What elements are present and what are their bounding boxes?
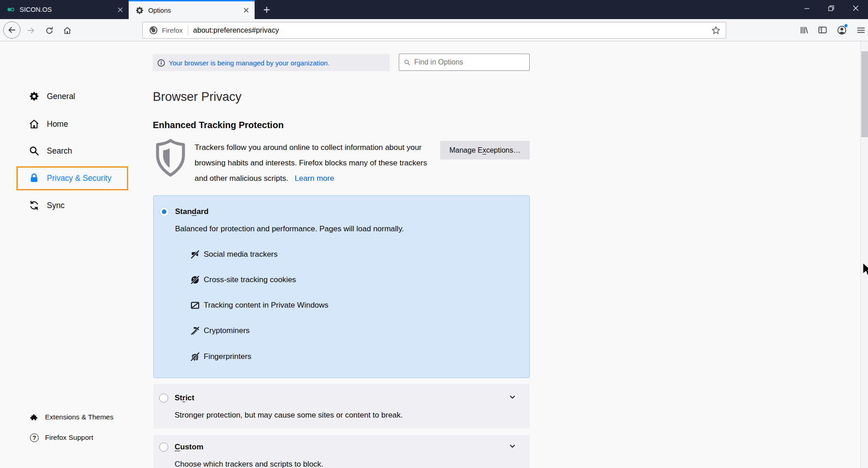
minimize-button[interactable]: [794, 0, 819, 16]
bookmark-star-icon[interactable]: [710, 25, 721, 36]
label-accesskey: r: [182, 393, 186, 402]
urlbar-brand-label: Firefox: [162, 26, 183, 34]
sidebar-item-search[interactable]: Search: [29, 141, 72, 161]
mouse-cursor: [862, 263, 868, 277]
list-item-tracking-content: Tracking content in Private Windows: [190, 299, 328, 312]
sync-icon: [29, 200, 40, 211]
option-standard[interactable]: Standard Balanced for protection and per…: [153, 195, 530, 378]
sidebar-item-firefox-support[interactable]: ? Firefox Support: [30, 432, 93, 443]
find-in-options-box[interactable]: [399, 54, 530, 71]
question-mark-icon: ?: [30, 433, 39, 442]
sidebar-item-home[interactable]: Home: [29, 114, 68, 134]
managed-notice-link[interactable]: Your browser is being managed by your or…: [169, 59, 330, 67]
option-strict-description: Stronger protection, but may cause some …: [175, 411, 403, 420]
button-label-part: ceptions…: [486, 146, 521, 154]
find-in-options-input[interactable]: [414, 58, 519, 66]
info-icon: [157, 59, 165, 67]
option-standard-label: Standard: [175, 207, 209, 216]
list-item-label: Cross-site tracking cookies: [204, 275, 296, 284]
list-item-cryptominers: Cryptominers: [190, 324, 250, 337]
option-strict[interactable]: Strict Stronger protection, but may caus…: [153, 384, 530, 428]
tab-title: Options: [148, 7, 240, 14]
cookie-blocked-icon: [190, 275, 200, 285]
sidebar-item-label: Firefox Support: [45, 433, 93, 442]
tab-title: SICON.OS: [20, 6, 114, 13]
urlbar-address[interactable]: about:preferences#privacy: [193, 26, 710, 35]
list-item-fingerprinters: Fingerprinters: [190, 350, 251, 363]
sidebar-item-privacy-security[interactable]: Privacy & Security: [29, 168, 111, 188]
list-item-label: Social media trackers: [204, 250, 278, 259]
learn-more-link[interactable]: Learn more: [295, 174, 334, 183]
forward-button[interactable]: [24, 25, 38, 36]
tab-close-icon[interactable]: [114, 4, 126, 15]
sidebar-item-label: Extensions & Themes: [45, 413, 113, 421]
lock-icon: [29, 173, 40, 184]
scrollbar-thumb[interactable]: [861, 51, 868, 137]
search-icon: [404, 59, 411, 66]
scrollbar[interactable]: [860, 41, 868, 468]
radio-standard[interactable]: [160, 207, 169, 216]
option-custom-description: Choose which trackers and scripts to blo…: [175, 460, 323, 468]
sidebar-toggle-button[interactable]: [816, 24, 829, 36]
window-controls: [794, 0, 868, 16]
radio-custom[interactable]: [159, 443, 168, 452]
tab-bar: SICON.OS Options: [0, 0, 868, 19]
tab-options[interactable]: Options: [129, 0, 255, 19]
option-custom-label: Custom: [175, 443, 203, 452]
restore-button[interactable]: [819, 0, 843, 16]
sicon-favicon-icon: [6, 5, 15, 14]
new-tab-button[interactable]: [259, 3, 274, 16]
radio-strict[interactable]: [159, 393, 168, 403]
search-icon: [29, 145, 40, 156]
label-part: St: [175, 393, 182, 402]
list-item-label: Cryptominers: [204, 326, 250, 335]
list-item-social-trackers: Social media trackers: [190, 248, 278, 261]
puzzle-piece-icon: [30, 413, 39, 422]
reload-button[interactable]: [42, 25, 56, 36]
button-label-accesskey: x: [482, 146, 486, 154]
label-accesskey: d: [192, 207, 196, 216]
label-part: Stan: [175, 207, 192, 216]
list-item-label: Fingerprinters: [204, 352, 251, 361]
gear-icon: [29, 91, 40, 102]
social-trackers-blocked-icon: [190, 249, 200, 259]
url-bar[interactable]: Firefox about:preferences#privacy: [142, 22, 726, 39]
etp-description: Trackers follow you around online to col…: [195, 140, 440, 186]
close-window-button[interactable]: [843, 0, 868, 16]
sidebar-item-extensions-themes[interactable]: Extensions & Themes: [30, 411, 113, 423]
manage-exceptions-button[interactable]: Manage Exceptions…: [440, 141, 530, 159]
home-icon: [29, 119, 40, 129]
sidebar-item-sync[interactable]: Sync: [29, 195, 65, 215]
label-part: ard: [196, 207, 208, 216]
account-button[interactable]: [835, 24, 848, 36]
label-accesskey: C: [175, 443, 180, 451]
list-item-cross-site-cookies: Cross-site tracking cookies: [190, 274, 296, 286]
menu-hamburger-button[interactable]: [854, 24, 868, 36]
browser-window: SICON.OS Options: [0, 0, 868, 468]
option-custom[interactable]: Custom Choose which trackers and scripts…: [153, 435, 530, 468]
option-strict-label: Strict: [175, 393, 194, 403]
tab-sicon-os[interactable]: SICON.OS: [0, 0, 129, 19]
navigation-toolbar: Firefox about:preferences#privacy: [0, 19, 868, 41]
settings-page: General Home Search Privacy & Security S…: [0, 41, 868, 468]
account-notification-dot: [844, 24, 848, 28]
fingerprinters-blocked-icon: [190, 352, 200, 362]
chevron-down-icon[interactable]: [508, 393, 517, 401]
library-button[interactable]: [797, 24, 811, 36]
etp-heading: Enhanced Tracking Protection: [153, 120, 284, 130]
button-label-part: Manage E: [449, 146, 482, 154]
sidebar-item-label: Sync: [47, 201, 65, 210]
sidebar-item-label: Privacy & Security: [47, 174, 111, 183]
options-gear-icon: [135, 6, 144, 15]
chevron-down-icon[interactable]: [508, 442, 517, 450]
sidebar-item-general[interactable]: General: [29, 86, 75, 106]
managed-notice: Your browser is being managed by your or…: [153, 54, 390, 71]
tracking-content-blocked-icon: [190, 300, 200, 310]
sidebar-item-label: General: [47, 92, 75, 101]
home-button[interactable]: [60, 25, 74, 36]
tab-close-icon[interactable]: [240, 5, 252, 16]
sidebar-item-label: Search: [47, 146, 72, 156]
page-title: Browser Privacy: [153, 90, 241, 104]
sidebar-item-label: Home: [47, 119, 68, 129]
back-button[interactable]: [3, 21, 20, 39]
